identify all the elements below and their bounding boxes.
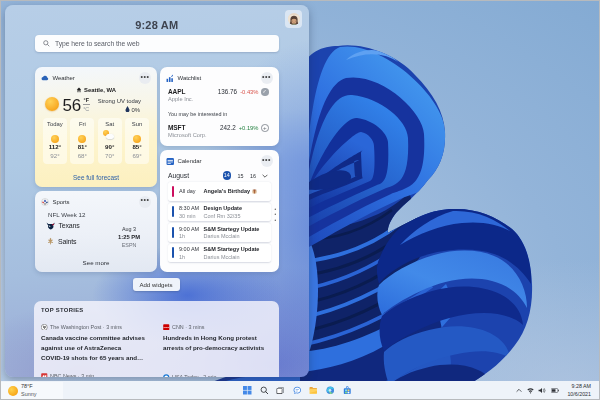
- svg-text:tp: tp: [43, 325, 46, 329]
- svg-text:CNN: CNN: [164, 326, 170, 329]
